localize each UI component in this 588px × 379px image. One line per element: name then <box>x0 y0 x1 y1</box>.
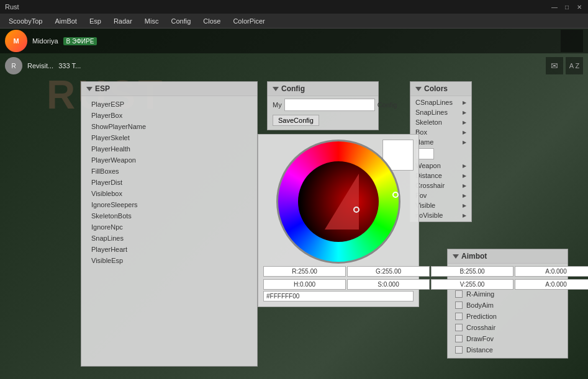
menu-misc[interactable]: Misc <box>138 16 165 26</box>
text-icon-box: A Z <box>566 57 583 74</box>
right-icons <box>561 30 583 52</box>
sub-status: 333 Т... <box>58 62 81 69</box>
esp-item-playerSkelet[interactable]: PlayerSkelet <box>81 132 257 143</box>
colors-collapse-icon[interactable] <box>415 87 422 91</box>
colors-item-snaplines[interactable]: SnapLines ▶ <box>410 107 471 117</box>
color-a2-input[interactable] <box>515 279 588 290</box>
colors-item-weapon[interactable]: Weapon ▶ <box>410 161 471 171</box>
colors-item-visible[interactable]: Visible ▶ <box>410 200 471 210</box>
raiming-checkbox[interactable] <box>455 290 463 298</box>
colors-item-crosshair[interactable]: Crosshair ▶ <box>410 181 471 190</box>
prediction-checkbox[interactable] <box>455 313 463 320</box>
colors-item-name[interactable]: Name ▶ <box>410 137 471 147</box>
aimbot-distance-checkbox[interactable] <box>455 346 463 354</box>
color-wheel[interactable] <box>276 140 400 264</box>
colors-list: CSnapLines ▶ SnapLines ▶ Skeleton ▶ Box … <box>410 96 471 221</box>
esp-item-visiblebox[interactable]: Visiblebox <box>81 188 257 199</box>
esp-item-playerDist[interactable]: PlayerDist <box>81 177 257 188</box>
aimbot-item-drawfov[interactable]: DrawFov <box>448 333 568 344</box>
colors-novisible-label: noVisible <box>415 212 443 219</box>
aimbot-item-crosshair[interactable]: Crosshair <box>448 322 568 333</box>
esp-item-ignoreSleepers[interactable]: IgnoreSleepers <box>81 199 257 210</box>
username-sub: Revisit... <box>27 62 53 69</box>
novisible-arrow-icon: ▶ <box>463 213 466 218</box>
esp-item-playerWeapon[interactable]: PlayerWeapon <box>81 154 257 166</box>
bodyaim-checkbox[interactable] <box>455 301 463 309</box>
colors-item-fov[interactable]: Fov ▶ <box>410 190 471 200</box>
esp-item-snapLines[interactable]: SnapLines <box>81 233 257 244</box>
config-my-label: My <box>273 101 282 109</box>
maximize-button[interactable]: □ <box>563 3 571 11</box>
color-hex-input[interactable] <box>263 291 414 301</box>
menu-colorpicer[interactable]: ColorPicer <box>227 16 271 26</box>
esp-list: PlayerESP PlayerBox ShowPlayerName Playe… <box>81 96 257 269</box>
menu-config[interactable]: Config <box>165 16 197 26</box>
colors-crosshair-label: Crosshair <box>415 182 445 189</box>
menu-close[interactable]: Close <box>197 16 227 26</box>
color-wheel-container[interactable] <box>276 140 400 264</box>
fov-arrow-icon: ▶ <box>463 193 466 198</box>
status-badge-main: В ЭФИРЕ <box>63 37 97 45</box>
config-name-input[interactable] <box>284 99 375 111</box>
esp-item-playerESP[interactable]: PlayerESP <box>81 99 257 110</box>
esp-item-playerBox[interactable]: PlayerBox <box>81 110 257 121</box>
mail-icon-box: ✉ <box>546 57 563 74</box>
sub-right-icons: ✉ A Z <box>546 57 583 74</box>
aimbot-item-bodyaim[interactable]: BodyAim <box>448 300 568 311</box>
aimbot-item-distance[interactable]: Distance <box>448 344 568 355</box>
colors-item-csnaplines[interactable]: CSnapLines ▶ <box>410 97 471 107</box>
color-v-input[interactable] <box>431 279 513 290</box>
colors-skeleton-label: Skeleton <box>415 118 442 126</box>
avatar-right-large <box>561 30 583 52</box>
aimbot-item-raiming[interactable]: R-Aiming <box>448 288 568 300</box>
colors-item-distance[interactable]: Distance ▶ <box>410 171 471 181</box>
snaplines-arrow-icon: ▶ <box>463 110 466 115</box>
colors-snaplines-label: SnapLines <box>415 109 448 116</box>
config-title: Config <box>281 84 305 93</box>
minimize-button[interactable]: — <box>551 3 558 11</box>
color-a-input[interactable] <box>515 266 588 277</box>
drawfov-label: DrawFov <box>466 335 494 342</box>
color-s-input[interactable] <box>347 279 430 290</box>
app-title: Rust <box>5 3 19 11</box>
crosshair-arrow-icon: ▶ <box>463 183 466 189</box>
drawfov-checkbox[interactable] <box>455 335 463 342</box>
esp-collapse-icon[interactable] <box>86 87 93 91</box>
color-h-input[interactable] <box>263 279 346 290</box>
esp-item-showPlayerName[interactable]: ShowPlayerName <box>81 121 257 132</box>
close-button[interactable]: ✕ <box>576 3 583 11</box>
esp-item-playerHeart[interactable]: PlayerHeart <box>81 244 257 255</box>
menu-scooby-top[interactable]: ScoobyTop <box>2 16 48 26</box>
aimbot-title: Aimbot <box>461 252 487 261</box>
config-collapse-icon[interactable] <box>273 87 279 91</box>
color-b-input[interactable] <box>431 266 513 277</box>
colors-item-box[interactable]: Box ▶ <box>410 127 471 137</box>
bodyaim-label: BodyAim <box>466 301 494 309</box>
esp-item-playerHealth[interactable]: PlayerHealth <box>81 143 257 154</box>
colors-weapon-label: Weapon <box>415 162 441 169</box>
colors-csnaplines-label: CSnapLines <box>415 99 453 106</box>
save-config-button[interactable]: SaveConfig <box>273 115 319 126</box>
menu-radar[interactable]: Radar <box>107 16 138 26</box>
menu-aimbot[interactable]: AimBot <box>48 16 83 26</box>
esp-item-ignoreNpc[interactable]: IgnoreNpc <box>81 221 257 233</box>
esp-item-visibleEsp[interactable]: VisibleEsp <box>81 255 257 266</box>
color-r-input[interactable] <box>263 266 346 277</box>
color-hsva-row <box>263 279 414 290</box>
csnaplines-arrow-icon: ▶ <box>463 100 466 105</box>
colors-distance-label: Distance <box>415 172 442 179</box>
avatar-main: M <box>5 30 27 52</box>
menu-esp[interactable]: Esp <box>83 16 107 26</box>
colors-item-novisible[interactable]: noVisible ▶ <box>410 210 471 220</box>
aimbot-crosshair-checkbox[interactable] <box>455 324 463 331</box>
outer-wheel-handle[interactable] <box>392 192 399 198</box>
config-panel: Config My Config SaveConfig <box>267 81 379 130</box>
esp-item-fillBoxes[interactable]: FillBoxes <box>81 166 257 177</box>
aimbot-item-prediction[interactable]: Prediction <box>448 311 568 322</box>
colors-panel: Colors CSnapLines ▶ SnapLines ▶ Skeleton… <box>410 81 472 222</box>
colors-item-skeleton[interactable]: Skeleton ▶ <box>410 117 471 127</box>
esp-item-skeletonBots[interactable]: SkeletonBots <box>81 210 257 221</box>
color-g-input[interactable] <box>347 266 430 277</box>
inner-wheel-handle[interactable] <box>353 207 360 213</box>
aimbot-collapse-icon[interactable] <box>453 254 459 259</box>
